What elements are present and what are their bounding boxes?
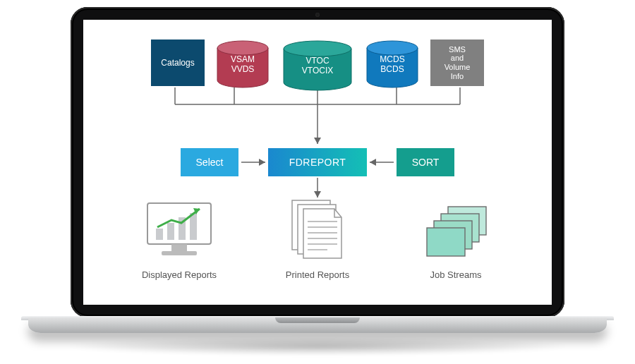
vtoc-line1: VTOC [306,56,329,66]
laptop-device-frame: Catalogs VSAM VVDS [0,0,635,364]
bottom-row-outputs: Displayed Reports [83,199,552,280]
svg-rect-34 [427,228,465,256]
vsam-line2: VVDS [231,64,255,74]
sms-line3: Volume [445,63,471,71]
vtoc-cylinder: VTOC VTOCIX [281,40,354,76]
paper-stack-icon [279,199,356,260]
sms-line4: Info [451,72,464,80]
vsam-line1: VSAM [231,54,255,64]
screen-content: Catalogs VSAM VVDS [83,20,552,305]
sms-line2: and [451,54,464,62]
mcds-bcds-cylinder: MCDS BCDS [364,40,421,75]
top-row-inputs: Catalogs VSAM VVDS [83,40,552,86]
laptop-base [28,317,607,333]
catalogs-label: Catalogs [161,58,194,68]
vtoc-line2: VTOCIX [302,66,333,75]
svg-rect-22 [190,213,197,240]
svg-rect-19 [156,229,163,240]
displayed-label: Displayed Reports [142,269,217,280]
sms-volume-info-node: SMS and Volume Info [430,40,484,86]
fdreport-box: FDREPORT [268,148,367,176]
svg-rect-20 [167,223,174,240]
vsam-label: VSAM VVDS [231,55,255,75]
printed-label: Printed Reports [286,269,349,280]
sort-box: SORT [397,148,454,176]
middle-row-process: Select FDREPORT SORT [83,148,552,176]
catalogs-node: Catalogs [151,40,205,86]
catalogs-box: Catalogs [151,40,205,86]
select-label: Select [196,157,224,168]
laptop-bezel: Catalogs VSAM VVDS [71,7,564,317]
mcds-line2: BCDS [380,64,404,74]
sort-label: SORT [412,157,440,168]
fdreport-diagram: Catalogs VSAM VVDS [83,20,552,305]
camera-dot [315,13,320,17]
vsam-vvds-cylinder: VSAM VVDS [214,40,271,75]
svg-rect-17 [171,244,187,251]
printed-reports-node: Printed Reports [268,199,367,280]
svg-rect-18 [162,251,197,255]
vtoc-label: VTOC VTOCIX [302,56,333,76]
displayed-reports-node: Displayed Reports [130,199,229,280]
sms-box: SMS and Volume Info [430,40,484,86]
fdreport-label: FDREPORT [289,157,346,168]
select-box: Select [181,148,238,176]
sms-line1: SMS [449,45,466,54]
monitor-chart-icon [140,199,218,260]
job-streams-node: Job Streams [406,199,505,280]
device-shadow [64,337,572,356]
job-cards-icon [417,199,495,260]
mcds-line1: MCDS [380,54,404,64]
jobstreams-label: Job Streams [430,269,482,280]
mcds-label: MCDS BCDS [380,55,404,75]
